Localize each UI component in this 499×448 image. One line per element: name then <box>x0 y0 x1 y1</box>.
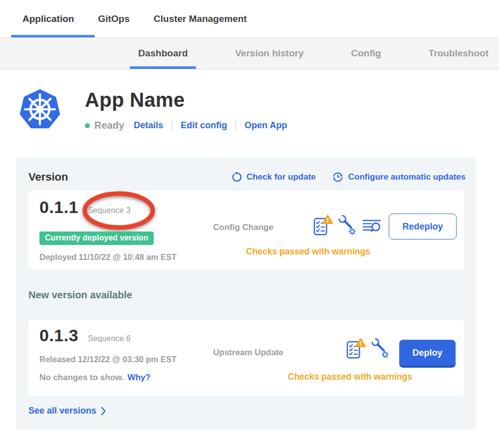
current-version-card: 0.1.1 Sequence 3 Currently deployed vers… <box>28 191 464 269</box>
version-section-title: Version <box>28 171 68 184</box>
checks-status-link[interactable]: Checks passed with warnings <box>246 246 370 257</box>
edit-config-wrench-icon[interactable] <box>371 338 390 359</box>
edit-config-link[interactable]: Edit config <box>181 120 227 131</box>
tab-troubleshoot[interactable]: Troubleshoot <box>429 38 489 69</box>
change-source-label: Config Change <box>213 223 273 232</box>
change-source-label: Upstream Update <box>213 348 283 358</box>
view-diff-icon[interactable] <box>362 216 382 235</box>
tab-dashboard[interactable]: Dashboard <box>138 38 188 69</box>
edit-config-wrench-icon[interactable] <box>338 215 357 236</box>
released-timestamp: Released 12/12/22 @ 03:30 pm EST <box>39 355 177 364</box>
kubernetes-logo <box>18 88 62 132</box>
refresh-icon <box>231 172 242 183</box>
currently-deployed-badge: Currently deployed version <box>39 231 154 245</box>
details-link[interactable]: Details <box>134 120 163 131</box>
primary-nav: Application GitOps Cluster Management <box>0 0 499 37</box>
divider <box>236 120 236 131</box>
configure-automatic-updates-link[interactable]: Configure automatic updates <box>332 171 466 183</box>
current-sequence-label: Sequence 3 <box>88 206 130 215</box>
auto-update-clock-icon <box>332 171 344 183</box>
available-sequence-label: Sequence 6 <box>88 334 130 343</box>
deploy-button[interactable]: Deploy <box>399 340 456 366</box>
ready-status-label: Ready <box>94 120 124 131</box>
divider <box>172 120 172 131</box>
new-version-heading: New version available <box>28 289 477 301</box>
see-all-versions-link[interactable]: See all versions <box>28 406 106 416</box>
app-header: App Name Ready Details Edit config Open … <box>18 88 499 132</box>
version-panel: Version Check for update Configure autom… <box>16 157 477 430</box>
app-tab-bar: Dashboard Version history Config Trouble… <box>0 37 499 69</box>
available-version-number: 0.1.3 <box>39 326 78 345</box>
tab-version-history[interactable]: Version history <box>235 38 303 69</box>
tab-config[interactable]: Config <box>351 38 381 69</box>
preflight-checks-icon[interactable] <box>346 338 366 360</box>
active-nav-underline <box>11 35 95 37</box>
current-version-number: 0.1.1 <box>39 198 78 217</box>
redeploy-button[interactable]: Redeploy <box>389 214 457 239</box>
chevron-right-icon <box>101 407 106 416</box>
ready-status-dot <box>85 123 90 128</box>
check-for-update-label: Check for update <box>247 172 316 182</box>
app-status-row: Ready Details Edit config Open App <box>85 120 287 131</box>
check-for-update-link[interactable]: Check for update <box>231 172 316 183</box>
page-title: App Name <box>85 89 287 111</box>
deployed-timestamp: Deployed 11/10/22 @ 10:48 am EST <box>39 252 177 262</box>
available-version-card: 0.1.3 Sequence 6 Released 12/12/22 @ 03:… <box>28 320 464 396</box>
nav-item-gitops[interactable]: GitOps <box>98 13 129 24</box>
why-link[interactable]: Why? <box>127 373 150 383</box>
see-all-versions-label: See all versions <box>28 406 96 416</box>
nav-item-cluster-management[interactable]: Cluster Management <box>154 13 247 24</box>
open-app-link[interactable]: Open App <box>245 120 287 131</box>
configure-automatic-updates-label: Configure automatic updates <box>348 172 466 182</box>
checks-status-link[interactable]: Checks passed with warnings <box>288 372 412 382</box>
nav-item-application[interactable]: Application <box>22 13 74 24</box>
no-changes-label: No changes to show. <box>39 373 124 383</box>
preflight-checks-icon[interactable] <box>313 215 333 236</box>
